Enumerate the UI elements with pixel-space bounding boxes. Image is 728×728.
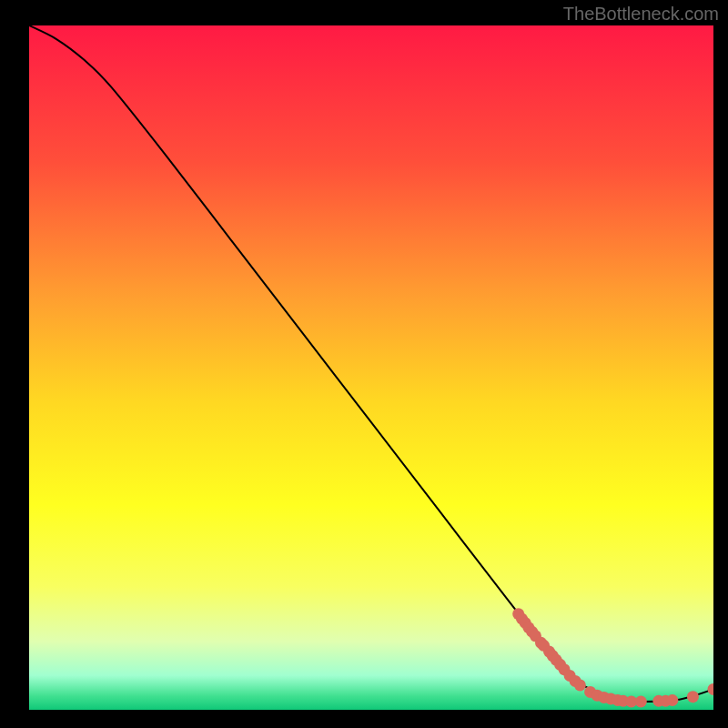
chart-background — [29, 25, 713, 710]
chart-plot-area — [29, 25, 713, 710]
watermark-text: TheBottleneck.com — [563, 4, 719, 25]
chart-svg — [29, 25, 713, 710]
data-marker — [574, 679, 586, 691]
data-marker — [635, 695, 647, 707]
data-marker — [666, 694, 678, 706]
data-marker — [687, 691, 699, 703]
